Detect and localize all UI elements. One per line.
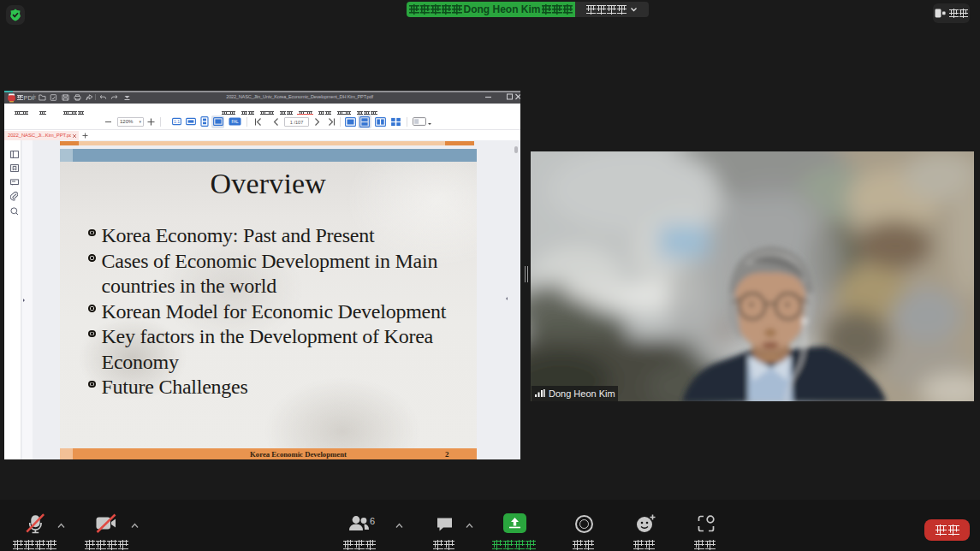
- svg-text:FAL: FAL: [231, 120, 239, 124]
- svg-text:1:1: 1:1: [174, 119, 180, 124]
